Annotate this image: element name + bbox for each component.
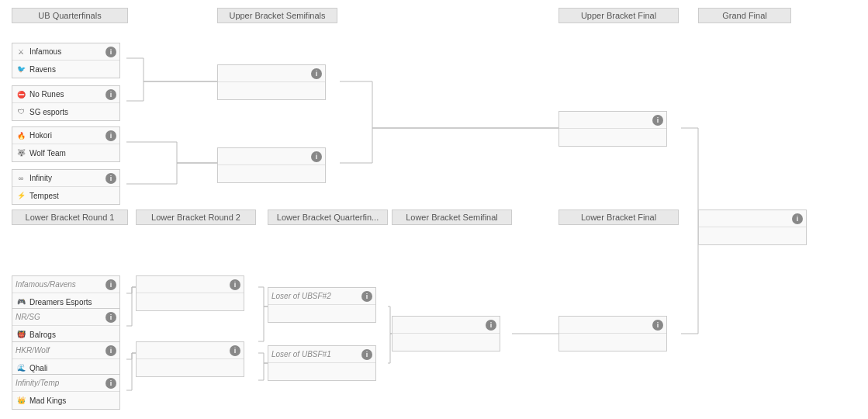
wolfteam-icon: 🐺 (16, 147, 26, 158)
bracket-container: UB Quarterfinals Upper Bracket Semifinal… (0, 0, 868, 419)
lbr1-1-info[interactable]: i (105, 279, 116, 290)
lbr1-4-team2: 👑 Mad Kings (12, 392, 119, 409)
lbr1-2-team1: NR/SG i (12, 309, 119, 326)
dreamers-name: Dreamers Esports (29, 298, 116, 306)
match-lbqf2: Loser of UBSF#1 i (268, 345, 376, 381)
match-ubq4-team2: ⚡ Tempest (12, 187, 119, 204)
match-ubf: i (558, 111, 667, 147)
ubf-info[interactable]: i (652, 115, 663, 126)
hokori-name: Hokori (29, 131, 104, 140)
wolfteam-name: Wolf Team (29, 149, 116, 158)
ubsf1-info[interactable]: i (311, 68, 322, 79)
match-lbf: i (558, 316, 667, 351)
tempest-icon: ⚡ (16, 190, 26, 201)
infinity-icon: ∞ (16, 173, 26, 184)
ub-quarterfinals-label: UB Quarterfinals (12, 8, 128, 23)
lbr1-4-info[interactable]: i (105, 378, 116, 389)
dreamers-icon: 🎮 (16, 296, 26, 307)
qhali-icon: 🌊 (16, 362, 26, 373)
hkrwolf-name: HKR/Wolf (16, 346, 104, 355)
lbr2-1-team2 (137, 293, 244, 310)
match-lbr1-1: Infamous/Ravens i 🎮 Dreamers Esports (12, 275, 120, 311)
lbqf1-team2 (268, 305, 375, 322)
lb-round2-label: Lower Bracket Round 2 (136, 210, 256, 225)
lbr2-2-team2 (137, 359, 244, 376)
lbsf-team2 (393, 334, 500, 351)
match-ubq3-team2: 🐺 Wolf Team (12, 144, 119, 161)
lbqf1-info[interactable]: i (361, 291, 372, 302)
match-ubsf1-team2 (218, 82, 325, 99)
lbf-team2 (559, 334, 666, 351)
match-ubq4-team1: ∞ Infinity i (12, 170, 119, 187)
match-gf-team1: i (699, 210, 806, 227)
match-ubq1: ⚔ Infamous i 🐦 Ravens (12, 43, 120, 78)
match-ubsf1-team1: i (218, 65, 325, 82)
norunes-name: No Runes (29, 90, 104, 99)
infamous-icon: ⚔ (16, 47, 26, 57)
lbqf2-team2 (268, 363, 375, 380)
match-ubq2-team1: ⛔ No Runes i (12, 86, 119, 103)
qhali-name: Qhali (29, 364, 116, 372)
norunes-icon: ⛔ (16, 89, 26, 100)
sgesports-name: SG esports (29, 108, 116, 116)
madkings-name: Mad Kings (29, 396, 116, 405)
lbsf-info[interactable]: i (486, 320, 496, 331)
match-lbr1-4: Infinity/Temp i 👑 Mad Kings (12, 374, 120, 410)
match-ubf-team1: i (559, 112, 666, 129)
sgesports-icon: 🛡 (16, 106, 26, 117)
lbr1-3-team1: HKR/Wolf i (12, 342, 119, 359)
ubsf2-info[interactable]: i (311, 151, 322, 162)
infamous-ravens-name: Infamous/Ravens (16, 280, 104, 289)
balrogs-icon: 👹 (16, 329, 26, 340)
match-ubq1-team2: 🐦 Ravens (12, 61, 119, 78)
match-ubq2: ⛔ No Runes i 🛡 SG esports (12, 85, 120, 121)
hokori-icon: 🔥 (16, 130, 26, 141)
lbqf1-team1: Loser of UBSF#2 i (268, 288, 375, 305)
loser-ubsf2-name: Loser of UBSF#2 (271, 292, 360, 300)
ub-semifinals-label: Upper Bracket Semifinals (217, 8, 337, 23)
lbr2-1-team1: i (137, 276, 244, 293)
infinitytemp-name: Infinity/Temp (16, 379, 104, 387)
gf-info[interactable]: i (792, 213, 803, 224)
lbqf2-team1: Loser of UBSF#1 i (268, 346, 375, 363)
match-lbr1-2: NR/SG i 👹 Balrogs (12, 308, 120, 344)
lbf-info[interactable]: i (652, 320, 663, 331)
ubq1-info[interactable]: i (105, 47, 116, 57)
match-lbr1-3: HKR/Wolf i 🌊 Qhali (12, 341, 120, 377)
lbr1-1-team1: Infamous/Ravens i (12, 276, 119, 293)
lbr2-2-info[interactable]: i (230, 345, 240, 356)
lbsf-team1: i (393, 317, 500, 334)
lb-final-label: Lower Bracket Final (558, 210, 679, 225)
lbqf2-info[interactable]: i (361, 349, 372, 360)
lb-semifinal-label: Lower Bracket Semifinal (392, 210, 512, 225)
balrogs-name: Balrogs (29, 331, 116, 339)
ubq4-info[interactable]: i (105, 173, 116, 184)
match-gf: i (698, 210, 807, 245)
ub-final-label: Upper Bracket Final (558, 8, 679, 23)
match-ubq2-team2: 🛡 SG esports (12, 103, 119, 120)
match-ubsf2-team1: i (218, 148, 325, 165)
match-lbsf: i (392, 316, 500, 351)
match-ubq3: 🔥 Hokori i 🐺 Wolf Team (12, 126, 120, 162)
match-ubq3-team1: 🔥 Hokori i (12, 127, 119, 144)
ravens-name: Ravens (29, 65, 116, 74)
loser-ubsf1-name: Loser of UBSF#1 (271, 350, 360, 358)
infinity-name: Infinity (29, 174, 104, 182)
match-lbr2-2: i (136, 341, 244, 377)
ubq2-info[interactable]: i (105, 89, 116, 100)
lbr1-3-info[interactable]: i (105, 345, 116, 356)
lb-quarterfinals-label: Lower Bracket Quarterfin... (268, 210, 388, 225)
lbr2-1-info[interactable]: i (230, 279, 240, 290)
match-ubf-team2 (559, 129, 666, 146)
match-ubsf1: i (217, 64, 326, 100)
ubq3-info[interactable]: i (105, 130, 116, 141)
lbf-team1: i (559, 317, 666, 334)
lbr1-2-info[interactable]: i (105, 312, 116, 323)
match-ubsf2-team2 (218, 165, 325, 182)
match-ubq4: ∞ Infinity i ⚡ Tempest (12, 169, 120, 205)
lbr1-2-team2: 👹 Balrogs (12, 326, 119, 343)
lbr2-2-team1: i (137, 342, 244, 359)
lbr1-4-team1: Infinity/Temp i (12, 375, 119, 392)
match-ubq1-team1: ⚔ Infamous i (12, 43, 119, 61)
match-gf-team2 (699, 227, 806, 244)
